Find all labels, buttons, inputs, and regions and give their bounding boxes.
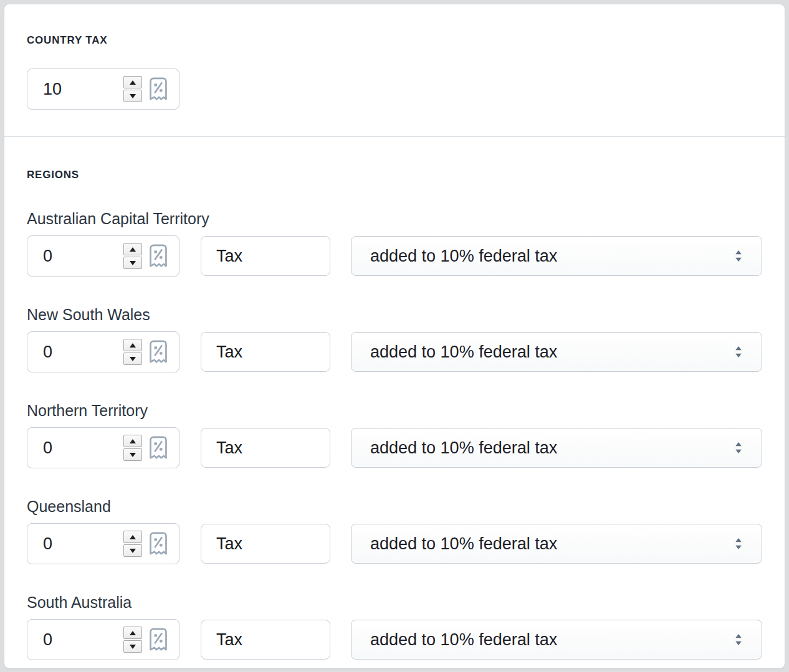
region-field-row: added to 10% federal tax [27, 235, 762, 277]
percent-receipt-icon [149, 627, 168, 652]
region-tax-name-input[interactable] [201, 428, 330, 468]
region-name-label: Queensland [27, 497, 762, 516]
down-arrow-icon [130, 357, 136, 361]
stepper-up-button[interactable] [123, 243, 142, 255]
region-tax-name-input[interactable] [201, 620, 330, 660]
country-tax-rate-field [27, 69, 179, 110]
region-tax-rate-field [27, 235, 179, 277]
stepper-down-button[interactable] [123, 257, 142, 269]
stepper-up-button[interactable] [123, 531, 142, 543]
number-stepper [123, 339, 142, 365]
up-down-caret-icon [734, 440, 743, 455]
up-arrow-icon [130, 631, 136, 635]
up-arrow-icon [130, 247, 136, 252]
number-stepper [123, 435, 142, 461]
region-tax-rate-input[interactable] [43, 534, 123, 554]
region-tax-rate-input[interactable] [43, 438, 123, 458]
region-tax-rate-field [27, 619, 179, 660]
percent-receipt-icon [149, 339, 168, 364]
number-stepper [123, 627, 142, 653]
stepper-up-button[interactable] [123, 435, 142, 447]
country-tax-section: COUNTRY TAX [4, 4, 785, 136]
stepper-down-button[interactable] [123, 544, 142, 557]
region-tax-calculation-select[interactable]: added to 10% federal tax [351, 524, 762, 564]
tax-settings-card: COUNTRY TAX REGIONS Australian Capital T… [4, 4, 785, 669]
stepper-down-button[interactable] [123, 90, 142, 102]
region-tax-name-input[interactable] [201, 236, 330, 276]
region-tax-calculation-select[interactable]: added to 10% federal tax [351, 236, 762, 276]
region-field-row: added to 10% federal tax [27, 331, 762, 372]
selected-option-label: added to 10% federal tax [370, 534, 727, 554]
percent-receipt-icon [149, 244, 168, 268]
up-down-caret-icon [734, 632, 743, 647]
up-arrow-icon [130, 439, 136, 443]
percent-receipt-icon [149, 435, 168, 460]
region-row: New South Wales added to 10% federal tax [27, 305, 762, 372]
stepper-down-button[interactable] [123, 640, 142, 653]
region-tax-rate-field [27, 427, 179, 468]
region-tax-name-input[interactable] [201, 332, 330, 372]
stepper-down-button[interactable] [123, 353, 142, 365]
stepper-down-button[interactable] [123, 448, 142, 461]
number-stepper [123, 76, 142, 102]
region-field-row: added to 10% federal tax [27, 427, 762, 468]
region-tax-rate-input[interactable] [43, 343, 123, 362]
region-tax-calculation-select[interactable]: added to 10% federal tax [351, 620, 762, 660]
region-tax-rate-field [27, 523, 179, 564]
region-row: South Australia added to 10% federal tax [27, 593, 762, 660]
number-stepper [123, 243, 142, 269]
region-name-label: Northern Territory [27, 401, 762, 420]
down-arrow-icon [130, 261, 136, 265]
selected-option-label: added to 10% federal tax [370, 343, 727, 362]
up-arrow-icon [130, 535, 136, 539]
region-name-label: Australian Capital Territory [27, 209, 762, 228]
regions-heading: REGIONS [27, 169, 762, 181]
country-tax-heading: COUNTRY TAX [27, 34, 762, 47]
region-tax-rate-input[interactable] [43, 247, 123, 266]
region-name-label: South Australia [27, 593, 762, 612]
percent-receipt-icon [149, 77, 168, 102]
up-down-caret-icon [734, 344, 743, 359]
region-name-label: New South Wales [27, 305, 762, 324]
region-field-row: added to 10% federal tax [27, 523, 762, 564]
down-arrow-icon [130, 453, 136, 457]
region-row: Northern Territory added to 10% federal … [27, 401, 762, 468]
down-arrow-icon [130, 645, 136, 649]
up-down-caret-icon [734, 536, 743, 551]
region-field-row: added to 10% federal tax [27, 619, 762, 660]
region-tax-rate-field [27, 331, 179, 372]
stepper-up-button[interactable] [123, 76, 142, 88]
percent-receipt-icon [149, 531, 168, 556]
region-tax-calculation-select[interactable]: added to 10% federal tax [351, 428, 762, 468]
region-tax-name-input[interactable] [201, 524, 330, 564]
up-arrow-icon [130, 343, 136, 348]
region-rows-container: Australian Capital Territory added to 10… [27, 209, 762, 660]
selected-option-label: added to 10% federal tax [370, 438, 727, 458]
stepper-up-button[interactable] [123, 339, 142, 351]
regions-section: REGIONS Australian Capital Territory [4, 137, 785, 668]
region-tax-rate-input[interactable] [43, 630, 123, 650]
region-tax-calculation-select[interactable]: added to 10% federal tax [351, 332, 762, 372]
region-row: Australian Capital Territory added to 10… [27, 209, 762, 277]
country-tax-rate-input[interactable] [43, 80, 123, 99]
stepper-up-button[interactable] [123, 627, 142, 639]
down-arrow-icon [130, 549, 136, 553]
region-row: Queensland added to 10% federal tax [27, 497, 762, 564]
up-down-caret-icon [734, 248, 743, 263]
up-arrow-icon [130, 80, 136, 85]
selected-option-label: added to 10% federal tax [370, 630, 727, 650]
number-stepper [123, 531, 142, 557]
down-arrow-icon [130, 94, 136, 98]
selected-option-label: added to 10% federal tax [370, 247, 727, 266]
